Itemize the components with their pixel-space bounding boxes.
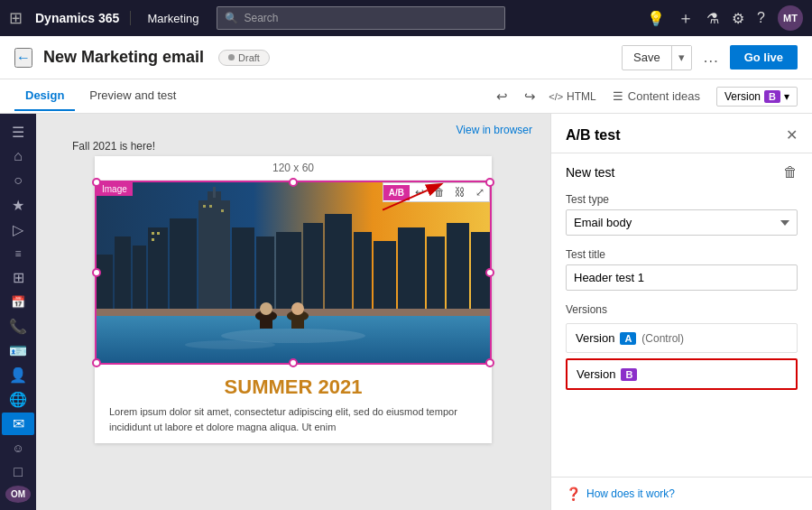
- go-live-button[interactable]: Go live: [730, 45, 798, 70]
- sidebar-globe-icon[interactable]: 🌐: [2, 388, 34, 411]
- html-button[interactable]: </> HTML: [549, 90, 596, 103]
- filter-icon[interactable]: ⚗: [706, 10, 719, 27]
- sidebar-phone-icon[interactable]: 📞: [2, 315, 34, 338]
- ab-link-button[interactable]: ⛓: [450, 183, 470, 201]
- new-test-label: New test: [566, 165, 783, 180]
- ab-toolbar: A/B ↩ 🗑 ⛓ ⤢: [383, 182, 490, 202]
- help-icon[interactable]: ?: [757, 10, 765, 26]
- test-type-label: Test type: [566, 193, 798, 206]
- sidebar-play-icon[interactable]: ▷: [2, 218, 34, 241]
- new-test-row: New test 🗑: [566, 164, 798, 181]
- nav-right-actions: 💡 ＋ ⚗ ⚙ ? MT: [647, 5, 803, 31]
- svg-rect-24: [209, 205, 212, 208]
- grid-icon[interactable]: ⊞: [9, 8, 23, 28]
- avatar[interactable]: MT: [778, 5, 803, 31]
- lightbulb-icon[interactable]: 💡: [647, 10, 665, 27]
- panel-close-button[interactable]: ✕: [786, 126, 798, 144]
- sidebar-menu-icon[interactable]: ☰: [2, 121, 34, 144]
- how-link-label: How does it work?: [586, 487, 675, 500]
- svg-rect-6: [198, 200, 230, 327]
- search-bar[interactable]: 🔍 Search: [217, 6, 505, 30]
- resize-handle-tc[interactable]: [289, 178, 298, 187]
- resize-handle-tr[interactable]: [485, 178, 494, 187]
- tab-preview[interactable]: Preview and test: [78, 81, 187, 111]
- undo-button[interactable]: ↩: [493, 85, 512, 108]
- version-b-text: Version: [577, 367, 615, 381]
- settings-icon[interactable]: ⚙: [732, 10, 744, 27]
- version-b-row[interactable]: Version B: [566, 358, 798, 390]
- resize-handle-bc[interactable]: [289, 358, 298, 367]
- app-name: Marketing: [140, 12, 198, 25]
- resize-handle-mr[interactable]: [485, 268, 494, 277]
- sidebar-user-avatar[interactable]: OM: [5, 486, 31, 503]
- sidebar-card-icon[interactable]: 🪪: [2, 339, 34, 362]
- more-button[interactable]: …: [699, 44, 723, 70]
- test-title-label: Test title: [566, 248, 798, 261]
- email-editor: View in browser Fall 2021 is here! 120 x…: [36, 114, 550, 510]
- resize-handle-ml[interactable]: [92, 268, 101, 277]
- brand-name: Dynamics 365: [35, 11, 131, 25]
- page-toolbar: ← New Marketing email Draft Save ▾ … Go …: [0, 36, 812, 79]
- search-placeholder: Search: [244, 12, 278, 24]
- tab-actions: ↩ ↪ </> HTML ☰ Content ideas Version B ▾: [493, 85, 798, 108]
- version-selector[interactable]: Version B ▾: [716, 87, 798, 107]
- how-does-it-work-link[interactable]: ❓ How does it work?: [566, 487, 798, 501]
- svg-rect-25: [221, 209, 224, 212]
- plus-icon[interactable]: ＋: [678, 7, 694, 29]
- search-icon: 🔍: [225, 12, 238, 24]
- top-navigation: ⊞ Dynamics 365 Marketing 🔍 Search 💡 ＋ ⚗ …: [0, 0, 812, 36]
- versions-section: Versions Version A (Control) Version B: [566, 303, 798, 390]
- back-button[interactable]: ←: [14, 48, 32, 68]
- draft-label: Draft: [238, 52, 260, 63]
- resize-handle-tl[interactable]: [92, 178, 101, 187]
- sidebar-grid-icon[interactable]: ⊞: [2, 266, 34, 289]
- test-title-input[interactable]: [566, 264, 798, 291]
- version-a-control: (Control): [641, 332, 684, 345]
- canvas-size-label: 120 x 60: [95, 156, 492, 181]
- resize-handle-bl[interactable]: [92, 358, 101, 367]
- panel-footer: ❓ How does it work?: [551, 477, 812, 510]
- sidebar-calendar-icon[interactable]: 📅: [2, 291, 34, 313]
- page-title: New Marketing email: [43, 48, 204, 67]
- save-caret-button[interactable]: ▾: [672, 46, 691, 69]
- test-type-select[interactable]: Email body Subject line From name: [566, 209, 798, 236]
- tabs-bar: Design Preview and test ↩ ↪ </> HTML ☰ C…: [0, 79, 812, 114]
- delete-test-button[interactable]: 🗑: [783, 164, 798, 181]
- left-sidebar: ☰ ⌂ ○ ★ ▷ ≡ ⊞ 📅 📞 🪪 👤 🌐 ✉ ☺ □ OM: [0, 114, 36, 510]
- panel-body: New test 🗑 Test type Email body Subject …: [551, 153, 812, 477]
- sidebar-smiley-icon[interactable]: ☺: [2, 437, 34, 459]
- version-b-badge: B: [764, 90, 780, 103]
- tab-design[interactable]: Design: [14, 81, 75, 111]
- sidebar-person-icon[interactable]: 👤: [2, 364, 34, 386]
- sidebar-home-icon[interactable]: ⌂: [2, 145, 34, 168]
- view-in-browser-bar: View in browser: [54, 123, 532, 136]
- toolbar-right: Save ▾ … Go live: [622, 44, 798, 70]
- sidebar-list-icon[interactable]: ≡: [2, 243, 34, 265]
- version-caret-icon: ▾: [784, 90, 789, 103]
- version-label: Version: [724, 90, 761, 103]
- sidebar-box-icon[interactable]: □: [2, 461, 34, 484]
- sidebar-email-icon[interactable]: ✉: [2, 413, 34, 435]
- sidebar-pinned-icon[interactable]: ★: [2, 194, 34, 217]
- versions-label: Versions: [566, 303, 798, 316]
- test-title-field: Test title: [566, 248, 798, 291]
- version-a-row[interactable]: Version A (Control): [566, 323, 798, 353]
- save-button[interactable]: Save: [623, 46, 671, 69]
- ab-badge[interactable]: A/B: [383, 185, 410, 200]
- view-in-browser-link[interactable]: View in browser: [457, 124, 532, 136]
- lorem-text: Lorem ipsum dolor sit amet, consectetur …: [95, 404, 492, 443]
- save-btn-group: Save ▾: [622, 45, 692, 70]
- sidebar-recent-icon[interactable]: ○: [2, 170, 34, 192]
- svg-point-33: [291, 302, 304, 315]
- svg-rect-8: [213, 187, 216, 198]
- image-block[interactable]: Image A/B ↩ 🗑 ⛓ ⤢: [95, 181, 492, 365]
- ab-return-button[interactable]: ↩: [411, 183, 429, 201]
- main-area: ☰ ⌂ ○ ★ ▷ ≡ ⊞ 📅 📞 🪪 👤 🌐 ✉ ☺ □ OM View in…: [0, 114, 812, 510]
- version-b-badge: B: [621, 368, 637, 381]
- test-type-field: Test type Email body Subject line From n…: [566, 193, 798, 236]
- ab-delete-button[interactable]: 🗑: [429, 183, 449, 201]
- resize-handle-br[interactable]: [485, 358, 494, 367]
- content-ideas-button[interactable]: ☰ Content ideas: [605, 86, 707, 107]
- right-panel: A/B test ✕ New test 🗑 Test type Email bo…: [550, 114, 812, 510]
- redo-button[interactable]: ↪: [521, 85, 540, 108]
